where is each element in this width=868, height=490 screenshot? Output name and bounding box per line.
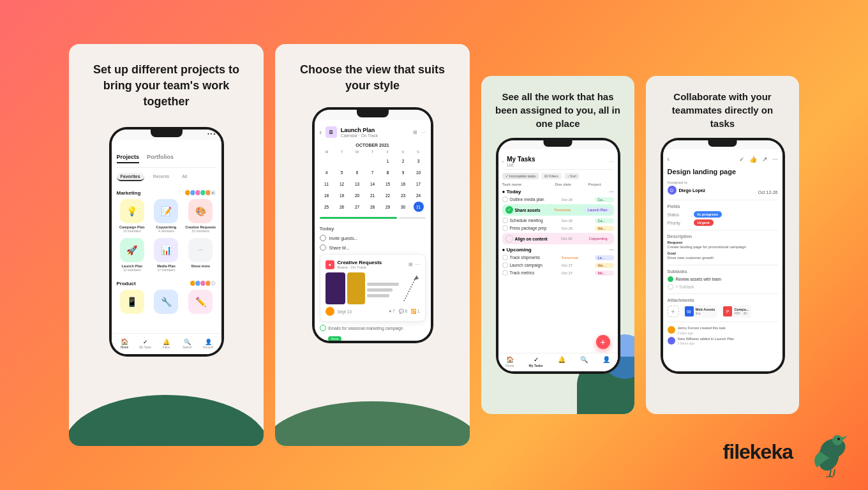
nav-search[interactable]: 🔍 Search — [181, 338, 193, 350]
launch-plan-sub: Calendar · On Track — [341, 133, 378, 138]
task-checkbox[interactable] — [502, 218, 508, 223]
th-due-date: Due date — [555, 182, 587, 186]
card-my-tasks: See all the work that has been assigned … — [481, 76, 634, 414]
nav-inbox-3[interactable]: 🔔 — [558, 356, 565, 368]
attachment-web-assets[interactable]: W Web Assets 3ca — [682, 305, 718, 318]
account-icon: 👤 — [602, 356, 610, 363]
my-tasks-title: My Tasks — [507, 156, 535, 163]
check-action-icon[interactable]: ✓ — [739, 156, 744, 163]
marketing-avatars: + — [186, 189, 216, 196]
project-campaign[interactable]: 💡 Campaign Plan 23 members — [117, 199, 148, 233]
share-assets-project: Launch Plan — [585, 207, 611, 212]
task-checkbox[interactable] — [502, 225, 508, 231]
back-icon[interactable]: ‹ — [668, 156, 670, 163]
creative-zoom-icon[interactable]: ⊞ — [408, 262, 413, 267]
task-row-outline[interactable]: Outline media plan Oct 26 Ca... — [502, 197, 614, 202]
project-launch[interactable]: 🚀 Launch Plan 12 members — [117, 238, 148, 272]
phone-2-screen: ‹ 🗓 Launch Plan Calendar · On Track ⊞ ··… — [315, 110, 431, 341]
campaign-size: PDF · 3D — [734, 311, 749, 315]
project-more[interactable]: ··· Show more — [185, 238, 216, 272]
project-p2[interactable]: 🔧 — [151, 290, 182, 316]
creative-more-icon[interactable]: ··· — [415, 262, 420, 267]
task-checkbox[interactable] — [505, 235, 513, 242]
more-action-icon[interactable]: ··· — [772, 156, 777, 163]
task-checkbox[interactable] — [502, 270, 508, 276]
upcoming-more-icon[interactable]: ··· — [610, 247, 614, 253]
screen-projects: Projects Portfolios Favorites Recents Al… — [112, 140, 221, 354]
recents-tab[interactable]: Recents — [149, 173, 174, 181]
favorites-tab[interactable]: Favorites — [117, 173, 144, 181]
nav-home[interactable]: 🏠 Home — [505, 356, 514, 368]
phone-3-bottom-nav: 🏠 Home ✓ My Tasks 🔔 🔍 — [498, 353, 618, 371]
cal-actions: ⊞ ··· — [413, 130, 426, 135]
nav-inbox[interactable]: 🔔 Inbox — [160, 338, 172, 350]
subtasks-section: Subtasks Review assets with team + Subta… — [668, 269, 778, 290]
incomplete-tasks-filter[interactable]: ✓ Incomplete tasks — [502, 173, 539, 179]
calendar-grid: 1 2 3 4 5 6 7 8 9 10 11 12 13 14 — [320, 156, 426, 212]
task-row-shipments[interactable]: Track shipments Tomorrow La... — [502, 255, 614, 260]
project-creative[interactable]: 🎨 Creative Requests 15 members — [185, 199, 216, 233]
subtask-checkbox-1[interactable] — [668, 276, 673, 282]
task-text: Press package prep — [510, 226, 547, 230]
back-arrow-icon[interactable]: ‹ — [320, 129, 322, 136]
task-row-schedule[interactable]: Schedule meeting Oct 26 Ca... — [502, 218, 614, 223]
project-members: 17 members — [158, 268, 176, 272]
task-row-metrics[interactable]: Track metrics Oct 27 Me... — [502, 270, 614, 276]
like-action-icon[interactable]: 👍 — [749, 156, 757, 163]
highlighted-task-align[interactable]: Align on content Oct 26 Copywriting — [502, 233, 614, 244]
progress-bar-fill — [320, 217, 398, 219]
highlighted-task-share-assets[interactable]: ✓ Share assets Tomorrow Launch Plan — [502, 204, 614, 216]
attachment-campaign[interactable]: P Campa... PDF · 3D — [721, 305, 751, 318]
task-text: Launch campaign — [510, 263, 542, 267]
divider-4 — [668, 293, 778, 294]
task-checkbox[interactable] — [502, 262, 508, 268]
project-media[interactable]: 📊 Media Plan 17 members — [151, 238, 182, 272]
portfolios-tab[interactable]: Portfolios — [147, 154, 174, 163]
project-p1[interactable]: 📱 — [117, 290, 148, 316]
activity-1-date: 3 days ago — [678, 331, 726, 335]
cal-more-icon[interactable]: ··· — [421, 130, 426, 135]
card-projects: Set up different projects to bring your … — [69, 44, 264, 446]
logo-text: filekeka — [723, 440, 793, 464]
project-copywriting[interactable]: 📝 Copywriting 4 members — [151, 199, 182, 233]
screen-task-detail: ‹ ✓ 👍 ↗ ··· Design landing page Assigned… — [663, 149, 782, 371]
all-tab[interactable]: All — [178, 173, 191, 181]
project-name: Show more — [191, 264, 210, 268]
phone-bottom-nav: 🏠 Home ✓ My Tasks 🔔 Inbox 🔍 — [112, 333, 221, 354]
back-icon[interactable]: ‹ — [502, 159, 504, 165]
nav-search-3[interactable]: 🔍 — [580, 356, 588, 368]
card-1-title: Set up different projects to bring your … — [69, 44, 264, 121]
nav-tasks[interactable]: ✓ My Tasks — [139, 338, 152, 350]
nav-account-3[interactable]: 👤 — [602, 356, 610, 368]
task-row-launch[interactable]: Launch campaign Oct 27 We... — [502, 262, 614, 268]
add-attachment-btn[interactable]: + — [668, 306, 679, 317]
share-assets-text: Share assets — [515, 208, 541, 212]
filters-btn[interactable]: ⊟ Filters — [541, 173, 562, 179]
task-checkbox[interactable] — [502, 197, 508, 202]
my-tasks-header: ‹ My Tasks List ··· — [502, 156, 614, 170]
projects-tab[interactable]: Projects — [117, 154, 140, 163]
sort-btn[interactable]: ↕ Sort — [564, 173, 580, 179]
person-name: Diego Lopez — [679, 188, 706, 193]
comments-count: 💬 8 — [399, 309, 407, 314]
task-row-press[interactable]: Press package prep Oct 26 We... — [502, 225, 614, 231]
task-checkbox[interactable] — [502, 255, 508, 260]
today-more-icon[interactable]: ··· — [610, 189, 614, 195]
nav-my-tasks[interactable]: ✓ My Tasks — [528, 356, 542, 368]
green-check-icon: ✓ — [505, 206, 513, 214]
card-4-title: Collaborate with your teammates directly… — [646, 76, 799, 138]
launch-plan-icon: 🗓 — [326, 126, 337, 138]
cal-menu-icon[interactable]: ⊞ — [413, 130, 417, 135]
nav-home[interactable]: 🏠 Home — [118, 338, 131, 350]
fab-add-task[interactable]: + — [596, 335, 610, 349]
tasks-more-icon[interactable]: ··· — [610, 159, 614, 165]
project-p3[interactable]: ✏️ — [185, 290, 216, 316]
align-content-date: Oct 26 — [561, 237, 572, 241]
likes-count: ♥ 7 — [389, 309, 394, 314]
creative-sub: Board · On Track — [338, 265, 382, 269]
subtask-checkbox-2[interactable] — [668, 284, 673, 290]
nav-account[interactable]: 👤 Account — [202, 338, 214, 350]
task-text: Track metrics — [510, 271, 535, 275]
share-action-icon[interactable]: ↗ — [762, 156, 767, 163]
main-container: Set up different projects to bring your … — [0, 0, 868, 490]
